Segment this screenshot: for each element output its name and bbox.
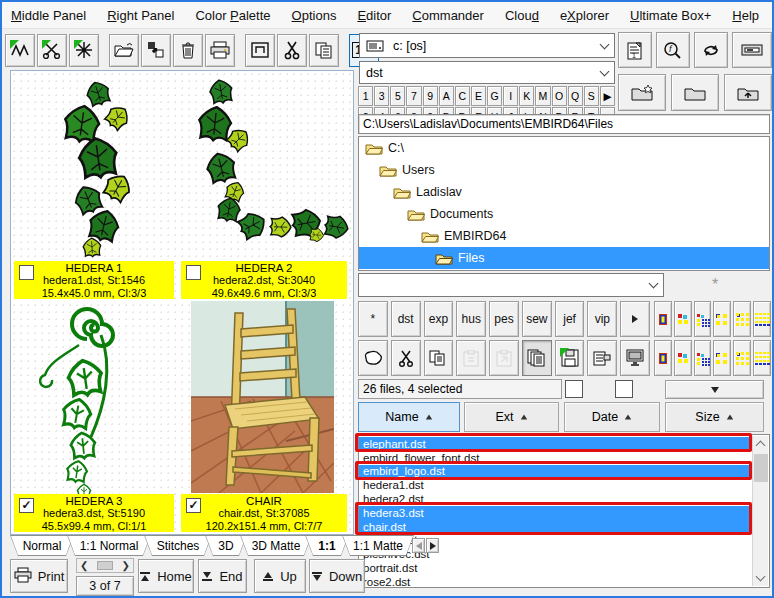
jump-key[interactable]: S [584,86,599,106]
paste-button[interactable] [456,340,486,376]
home-button[interactable]: Home [138,559,194,593]
tree-item-embird64[interactable]: EMBIRD64 [359,225,769,247]
tree-item-c-drive[interactable]: C:\ [359,137,769,159]
thumb-checkbox-hedera1[interactable] [19,265,34,280]
layout-single-button-2[interactable] [654,340,672,376]
format-dst-button[interactable]: dst [391,301,421,337]
refresh-button[interactable] [694,32,728,68]
format-sew-button[interactable]: sew [522,301,552,337]
layout-list-button-2[interactable] [694,340,712,376]
file-row-portrait[interactable]: portrait.dst [359,561,752,575]
multi-copy-button[interactable] [522,340,552,376]
file-row-hedera1[interactable]: hedera1.dst [359,478,752,492]
tabs-scroll-right-button[interactable] [426,538,439,553]
down-button[interactable]: Down [309,559,365,593]
jump-key[interactable]: 5 [390,86,405,106]
scrollbar-thumb[interactable] [754,454,768,482]
design-hedera3[interactable] [29,305,144,500]
column-header-name[interactable]: Name [358,402,460,432]
layout-nine-button-2[interactable] [733,340,751,376]
menu-commander[interactable]: Commander [412,8,484,23]
thumb-label-hedera1[interactable]: HEDERA 1hedera1.dst, St:154615.4x45.0 mm… [14,261,174,299]
format-more-button[interactable] [620,301,650,337]
tabs-scroll-left-button[interactable] [412,538,425,553]
thumb-label-hedera3[interactable]: ✓ HEDERA 3hedera3.dst, St:519045.5x99.4 … [14,494,174,532]
thumb-checkbox-hedera3[interactable]: ✓ [19,498,34,513]
column-header-ext[interactable]: Ext [464,402,559,432]
jump-key[interactable]: C [455,86,470,106]
file-row-embird-logo[interactable]: embird_logo.dst [359,465,752,479]
open-button[interactable] [109,34,139,67]
lasso-select-button[interactable] [358,340,388,376]
save-button[interactable] [555,340,585,376]
menu-explorer[interactable]: eXplorer [560,8,609,23]
send-to-screen-button[interactable] [620,340,650,376]
thumb-checkbox-hedera2[interactable] [186,265,201,280]
paste-into-button[interactable] [489,340,519,376]
import-button[interactable] [141,34,171,67]
drive-selector[interactable]: c: [os] [359,33,615,58]
jump-key[interactable]: M [535,86,550,106]
layout-many-button-2[interactable] [753,340,771,376]
tree-item-documents[interactable]: Documents [359,203,769,225]
date-button[interactable]: 1 [618,32,652,68]
layout-single-button[interactable] [654,301,672,337]
cut-toolbar-button[interactable] [277,34,307,67]
jump-key[interactable]: 3 [374,86,389,106]
column-header-size[interactable]: Size [665,402,764,432]
format-hus-button[interactable]: hus [456,301,486,337]
layout-list-button[interactable] [694,301,712,337]
menu-middle-panel[interactable]: Middle Panel [11,8,86,23]
menu-options[interactable]: Options [292,8,337,23]
scroll-up-icon[interactable] [756,441,766,451]
menu-right-panel[interactable]: Right Panel [107,8,174,23]
tab-1-1[interactable]: 1:1 [305,535,349,556]
file-row-hedera2[interactable]: hedera2.dst [359,492,752,506]
trim-stitches-button[interactable] [37,34,67,67]
print-button[interactable]: Print [10,559,68,593]
jump-keys-next-button[interactable]: ▶ [600,86,615,106]
end-button[interactable]: End [198,559,247,593]
hide-panel-button[interactable] [732,32,772,68]
mask-combo[interactable] [358,273,664,297]
tab-stitches[interactable]: Stitches [144,535,212,556]
format-jef-button[interactable]: jef [555,301,585,337]
menu-color-palette[interactable]: Color Palette [195,8,270,23]
delete-stitches-button[interactable] [69,34,99,67]
tab-normal[interactable]: Normal [10,535,74,556]
jump-key[interactable]: G [487,86,502,106]
menu-ultimate-box[interactable]: Ultimate Box+ [630,8,711,23]
page-next-icon[interactable]: ❯ [122,561,130,571]
design-hedera1[interactable] [36,75,156,260]
jump-key[interactable]: 1 [358,86,373,106]
file-row-rose2[interactable]: rose2.dst [359,575,752,588]
find-button[interactable]: f [656,32,690,68]
design-hedera2[interactable] [189,75,354,255]
filter-checkbox-1[interactable] [565,380,583,398]
layout-many-button[interactable] [753,301,771,337]
layout-four-button[interactable] [713,301,731,337]
copy-toolbar-button[interactable] [309,34,339,67]
tab-1-1-matte[interactable]: 1:1 Matte [342,535,414,556]
menu-cloud[interactable]: Cloud [505,8,539,23]
folder-button[interactable] [671,74,719,111]
format-vip-button[interactable]: vip [587,301,617,337]
page-prev-icon[interactable]: ❮ [80,561,88,571]
thumb-label-chair[interactable]: ✓ CHAIRchair.dst, St:37085120.2x151.4 mm… [181,494,347,532]
jump-key[interactable]: Q [568,86,583,106]
menu-editor[interactable]: Editor [357,8,391,23]
extension-filter-combo[interactable]: dst [359,61,615,84]
layout-four-button-2[interactable] [713,340,731,376]
jump-key[interactable]: O [552,86,567,106]
thumb-checkbox-chair[interactable]: ✓ [186,498,201,513]
sort-options-dropdown[interactable] [665,380,764,399]
design-chair[interactable] [191,301,334,493]
new-folder-button[interactable] [618,74,666,111]
tree-item-files[interactable]: Files [359,247,769,269]
jump-key[interactable]: E [471,86,486,106]
format-exp-button[interactable]: exp [424,301,454,337]
page-scrollbar[interactable]: ❮ ❯ [76,558,134,573]
print-toolbar-button[interactable] [205,34,235,67]
tree-item-ladislav[interactable]: Ladislav [359,181,769,203]
up-button[interactable]: Up [254,559,306,593]
